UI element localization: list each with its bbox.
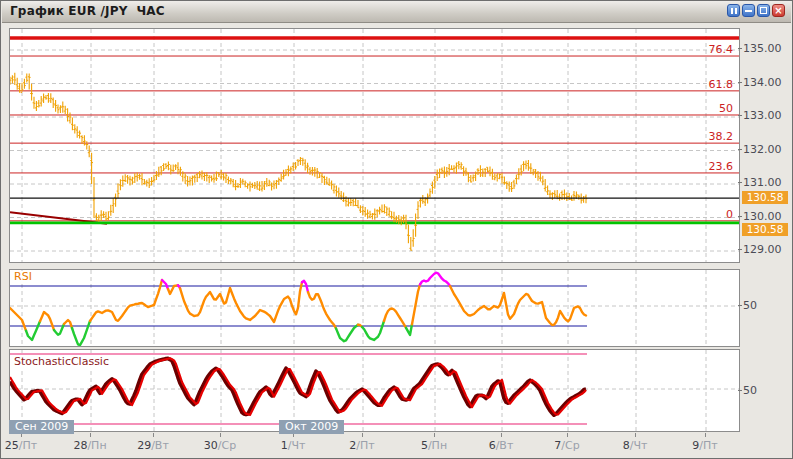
rsi-line <box>308 292 336 328</box>
price-tick-label: 134.00 <box>743 76 782 89</box>
fib-label: 38.2 <box>709 130 734 143</box>
date-label: 7/Ср <box>554 439 579 452</box>
price-chart-svg: 76.461.85038.223.60 <box>10 29 740 263</box>
rsi-line <box>40 312 54 330</box>
date-tick <box>90 433 91 437</box>
price-tick-label: 129.00 <box>743 243 782 256</box>
rsi-line <box>384 309 406 328</box>
rsi-line <box>180 282 302 322</box>
maximize-icon <box>760 7 767 14</box>
fib-label: 50 <box>719 102 733 115</box>
price-tick-label: 131.00 <box>743 176 782 189</box>
rsi-line <box>72 321 90 345</box>
rsi-label: RSI <box>12 271 34 283</box>
rsi-line <box>26 321 40 340</box>
rsi-line <box>10 308 26 331</box>
minimize-button[interactable] <box>742 4 755 17</box>
date-tick <box>501 433 502 437</box>
rsi-line <box>64 320 72 328</box>
current-price-tag: 130.58 <box>742 223 788 236</box>
date-label: 25/Пт <box>5 439 37 452</box>
month-badge: Окт 2009 <box>279 420 344 434</box>
fib-label: 76.4 <box>709 43 734 56</box>
rsi-line <box>362 321 384 340</box>
minimize-icon <box>745 10 752 12</box>
date-tick <box>362 433 363 437</box>
price-bar-ticks <box>10 77 587 250</box>
date-label: 9/Пт <box>692 439 717 452</box>
date-label: 2/Пт <box>349 439 374 452</box>
date-label: 8/Чт <box>623 439 648 452</box>
rsi-svg <box>10 270 740 347</box>
rsi-line <box>336 325 358 341</box>
fib-label: 0 <box>726 208 733 221</box>
date-tick <box>153 433 154 437</box>
pause-button[interactable] <box>727 4 740 17</box>
date-tick <box>220 433 221 437</box>
close-button[interactable]: × <box>772 4 785 17</box>
price-tick-label: 132.00 <box>743 143 782 156</box>
current-price-tag: 130.58 <box>742 191 788 204</box>
pause-icon <box>731 8 733 14</box>
titlebar[interactable]: График EUR /JPY ЧАС × <box>2 1 791 23</box>
date-label: 6/Вт <box>489 439 514 452</box>
stoch-mid-axis-label: 50 <box>743 384 757 397</box>
close-icon: × <box>774 5 782 16</box>
fib-label: 23.6 <box>709 160 734 173</box>
date-tick <box>635 433 636 437</box>
stochastic-svg <box>10 350 740 432</box>
window-controls: × <box>727 4 785 17</box>
rsi-line <box>412 285 420 325</box>
date-tick <box>567 433 568 437</box>
date-label: 28/Пн <box>73 439 106 452</box>
price-tick-label: 135.00 <box>743 42 782 55</box>
price-tick-label: 133.00 <box>743 109 782 122</box>
date-label: 29/Вт <box>137 439 169 452</box>
date-tick <box>705 433 706 437</box>
date-label: 1/Чт <box>281 439 306 452</box>
grid <box>10 270 740 347</box>
maximize-button[interactable] <box>757 4 770 17</box>
rsi-mid-axis-label: 50 <box>743 299 757 312</box>
price-chart-panel[interactable]: 76.461.85038.223.60 <box>9 28 740 263</box>
date-label: 30/Ср <box>204 439 236 452</box>
grid <box>10 29 740 263</box>
rsi-panel[interactable] <box>9 269 740 347</box>
price-tick-label: 130.00 <box>743 210 782 223</box>
stochastic-panel[interactable] <box>9 349 740 432</box>
fib-label: 61.8 <box>709 78 734 91</box>
chart-window: График EUR /JPY ЧАС × 76.461.85038.223.6… <box>0 0 793 459</box>
date-tick <box>434 433 435 437</box>
rsi-line <box>162 280 168 289</box>
stochastic-label: StochasticClassic <box>12 356 111 368</box>
date-label: 5/Пн <box>421 439 447 452</box>
month-badge: Сен 2009 <box>9 420 74 434</box>
window-title: График EUR /JPY ЧАС <box>10 4 165 18</box>
